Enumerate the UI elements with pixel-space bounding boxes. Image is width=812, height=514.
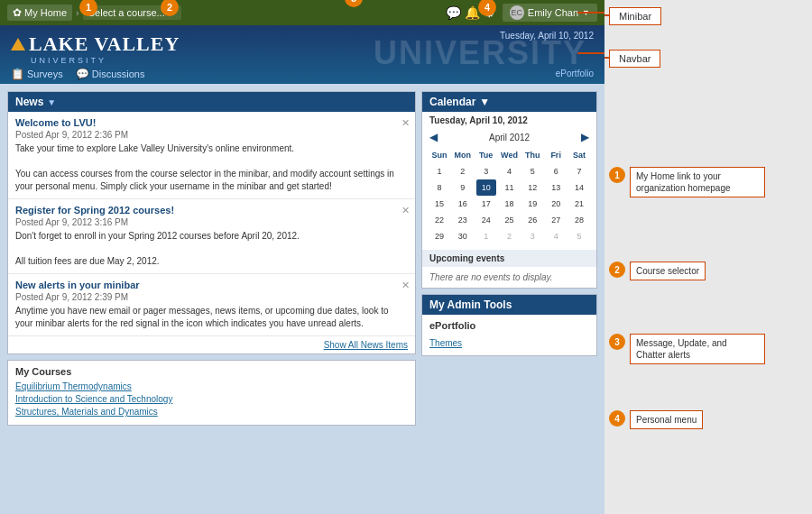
annotation-num-3: 3 [609, 334, 625, 350]
cal-day[interactable]: 20 [546, 196, 566, 212]
surveys-label: Surveys [27, 69, 63, 79]
cal-day[interactable]: 8 [429, 179, 449, 196]
cal-day[interactable]: 11 [499, 179, 519, 196]
close-news-1[interactable]: ✕ [401, 117, 410, 129]
cal-week-5: 29 30 1 2 3 4 5 [429, 228, 589, 244]
minibar-left: ✿ My Home › Select a course... ▼ [7, 5, 442, 21]
discussions-icon: 💬 [76, 68, 89, 80]
message-icon[interactable]: 💬 [446, 5, 461, 20]
home-icon: ✿ [13, 6, 22, 19]
surveys-link[interactable]: 📋 Surveys [11, 68, 63, 80]
course-link-3[interactable]: Structures, Materials and Dynamics [15, 407, 408, 417]
cal-day[interactable]: 26 [522, 212, 542, 228]
num-circle-2: 2 [161, 0, 179, 16]
cal-day[interactable]: 24 [476, 212, 496, 228]
calendar-date: Tuesday, April 10, 2012 [422, 112, 596, 129]
calendar-header: Calendar ▼ [422, 92, 596, 112]
cal-day[interactable]: 16 [453, 196, 473, 212]
surveys-icon: 📋 [11, 68, 24, 80]
annotation-text-4: Personal menu [630, 410, 703, 429]
cal-day[interactable]: 28 [569, 212, 589, 228]
logo-subtitle: UNIVERSITY [31, 56, 180, 65]
admin-tool-themes-link[interactable]: Themes [429, 338, 462, 348]
annotation-3: 3 Message, Update, and Chatter alerts [609, 334, 765, 364]
annotation-text-2: Course selector [630, 262, 706, 280]
news-title-3: New alerts in your minibar [15, 280, 408, 290]
cal-day-other[interactable]: 4 [546, 228, 566, 244]
logo-triangle-icon [11, 38, 25, 50]
cal-day[interactable]: 17 [476, 196, 496, 212]
annotation-4: 4 Personal menu [609, 410, 703, 429]
cal-day[interactable]: 23 [453, 212, 473, 228]
news-body-2: Don't forget to enroll in your Spring 20… [15, 230, 408, 268]
cal-day[interactable]: 4 [499, 163, 519, 179]
cal-next-btn[interactable]: ▶ [581, 131, 589, 143]
admin-tools-header: My Admin Tools [422, 295, 596, 315]
annotation-num-2: 2 [609, 262, 625, 278]
annotation-text-1: My Home link to your organization homepa… [630, 167, 765, 197]
cal-day[interactable]: 2 [453, 163, 473, 179]
cal-day[interactable]: 30 [453, 228, 473, 244]
num-circle-3: 3 [345, 0, 363, 7]
admin-tools-content: ePortfolio Themes [422, 315, 596, 355]
cal-day[interactable]: 18 [499, 196, 519, 212]
news-title-1: Welcome to LVU! [15, 117, 408, 128]
cal-day[interactable]: 29 [429, 228, 449, 244]
cal-day[interactable]: 25 [499, 212, 519, 228]
minibar-connector [604, 14, 609, 16]
cal-day[interactable]: 13 [546, 179, 566, 196]
cal-day[interactable]: 14 [569, 179, 589, 196]
close-news-3[interactable]: ✕ [401, 280, 410, 291]
cal-day-other[interactable]: 1 [476, 228, 496, 244]
cal-day[interactable]: 9 [453, 179, 473, 196]
calendar-arrow: ▼ [479, 96, 490, 108]
cal-day[interactable]: 12 [522, 179, 542, 196]
cal-day[interactable]: 21 [569, 196, 589, 212]
cal-mon: Mon [453, 147, 473, 163]
cal-thu: Thu [522, 147, 542, 163]
admin-tool-eportfolio-label: ePortfolio [429, 320, 589, 331]
cal-day-other[interactable]: 3 [522, 228, 542, 244]
navbar-connector [604, 57, 609, 59]
screenshot-area: 1 2 3 4 ✿ My Home › Select a course... ▼ [0, 0, 604, 514]
cal-day-other[interactable]: 2 [499, 228, 519, 244]
discussions-link[interactable]: 💬 Discussions [76, 68, 145, 80]
minibar-annotation-label: Minibar [609, 7, 661, 25]
badge-2-top: 2 [161, 0, 179, 16]
badge-4-top: 4 [478, 0, 496, 16]
num-circle-1: 1 [79, 0, 97, 16]
cal-day[interactable]: 22 [429, 212, 449, 228]
cal-week-3: 15 16 17 18 19 20 21 [429, 196, 589, 212]
cal-day[interactable]: 6 [546, 163, 566, 179]
show-all-news-link[interactable]: Show All News Items [8, 336, 415, 353]
news-panel-header: News ▼ [8, 92, 415, 112]
cal-day[interactable]: 3 [476, 163, 496, 179]
minibar-home-link[interactable]: ✿ My Home [7, 5, 72, 21]
cal-day-today[interactable]: 10 [476, 179, 496, 196]
minibar-arrow-line [577, 12, 604, 14]
annotation-text-3: Message, Update, and Chatter alerts [630, 334, 765, 364]
news-item-3: ✕ New alerts in your minibar Posted Apr … [8, 274, 415, 336]
close-news-2[interactable]: ✕ [401, 205, 410, 216]
calendar-grid: Sun Mon Tue Wed Thu Fri Sat 1 2 3 [422, 145, 596, 250]
cal-day[interactable]: 5 [522, 163, 542, 179]
navbar-annotation-label: Navbar [609, 50, 660, 68]
news-item-2: ✕ Register for Spring 2012 courses! Post… [8, 199, 415, 274]
minibar-home-label: My Home [24, 7, 67, 18]
cal-tue: Tue [476, 147, 496, 163]
badge-1-top: 1 [79, 0, 97, 16]
cal-prev-btn[interactable]: ◀ [429, 131, 438, 143]
cal-day[interactable]: 7 [569, 163, 589, 179]
calendar-month-year: April 2012 [489, 133, 530, 142]
right-column: Calendar ▼ Tuesday, April 10, 2012 ◀ Apr… [421, 91, 597, 507]
course-link-2[interactable]: Introduction to Science and Technology [15, 394, 408, 404]
cal-day[interactable]: 27 [546, 212, 566, 228]
news-title: News [15, 96, 43, 108]
cal-day-other[interactable]: 5 [569, 228, 589, 244]
cal-day[interactable]: 1 [429, 163, 449, 179]
cal-day[interactable]: 15 [429, 196, 449, 212]
course-link-1[interactable]: Equilibrium Thermodynamics [15, 381, 408, 391]
calendar-panel: Calendar ▼ Tuesday, April 10, 2012 ◀ Apr… [421, 91, 597, 289]
cal-day[interactable]: 19 [522, 196, 542, 212]
eportfolio-link[interactable]: ePortfolio [556, 69, 594, 78]
